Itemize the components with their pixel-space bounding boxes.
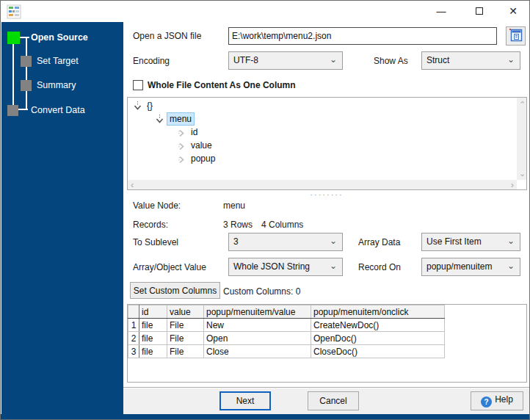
tree-node-label-selected: menu xyxy=(167,112,195,126)
tree-vertical-scrollbar[interactable]: ⌃ ⌄ xyxy=(517,98,526,180)
cell: CloseDoc() xyxy=(311,345,445,358)
step-indicator-convert-data xyxy=(7,105,18,116)
array-data-label: Array Data xyxy=(358,237,400,247)
next-button[interactable]: Next xyxy=(219,391,271,410)
tree-node-label: popup xyxy=(189,153,217,164)
tree-collapsed-icon xyxy=(178,154,186,164)
json-file-path-input[interactable] xyxy=(228,27,497,45)
cell: New xyxy=(204,319,311,332)
cell: file xyxy=(139,345,167,358)
step-connector-line xyxy=(26,37,27,109)
row-number-header xyxy=(128,305,139,319)
show-as-select[interactable]: Struct ⌄ xyxy=(421,51,520,70)
tree-node-menu[interactable]: menu xyxy=(128,112,516,126)
wizard-window: — ✕ Open Source Set Target Summary Conve… xyxy=(0,0,530,420)
preview-grid-panel: id value popup/menuitem/value popup/menu… xyxy=(127,304,527,383)
value-node-label: Value Node: xyxy=(133,200,181,211)
tree-node-root[interactable]: {} xyxy=(128,99,516,112)
chevron-down-icon: ⌄ xyxy=(507,258,515,275)
records-label: Records: xyxy=(133,220,168,230)
chevron-down-icon: ⌄ xyxy=(330,233,337,250)
help-button-label: Help xyxy=(495,394,513,405)
tree-node-label: id xyxy=(189,126,200,138)
title-bar: — ✕ xyxy=(1,1,529,22)
record-on-value: popup/menuitem xyxy=(426,261,492,272)
help-icon: ? xyxy=(481,397,492,408)
step-indicator-summary xyxy=(21,80,32,91)
set-custom-columns-button[interactable]: Set Custom Columns xyxy=(130,282,220,299)
row-number: 3 xyxy=(128,345,139,358)
cancel-button[interactable]: Cancel xyxy=(308,391,359,410)
row-number: 1 xyxy=(128,319,139,332)
tree-node-id[interactable]: id xyxy=(128,126,516,139)
tree-expanded-icon xyxy=(156,115,164,125)
array-object-value-value: Whole JSON String xyxy=(233,261,310,272)
encoding-label: Encoding xyxy=(133,56,170,66)
step-connector-line xyxy=(12,43,14,105)
array-data-select[interactable]: Use First Item ⌄ xyxy=(421,233,520,251)
sidebar-step-summary: Summary xyxy=(37,80,76,90)
array-object-value-label: Array/Object Value xyxy=(133,262,206,272)
custom-columns-count: Custom Columns: 0 xyxy=(223,286,300,297)
close-button[interactable]: ✕ xyxy=(498,1,528,22)
chevron-down-icon: ⌄ xyxy=(507,233,515,250)
cell: OpenDoc() xyxy=(311,332,445,345)
column-header-id[interactable]: id xyxy=(139,305,167,319)
chevron-down-icon: ⌄ xyxy=(330,258,337,275)
row-number: 2 xyxy=(128,332,139,345)
value-node-value: menu xyxy=(223,200,245,211)
table-row[interactable]: 1 file File New CreateNewDoc() xyxy=(128,319,445,332)
column-header-value[interactable]: value xyxy=(167,305,204,319)
to-sublevel-label: To Sublevel xyxy=(133,237,178,247)
show-as-value: Struct xyxy=(426,55,449,65)
open-file-label: Open a JSON file xyxy=(133,31,201,41)
tree-collapsed-icon xyxy=(178,141,186,151)
maximize-button[interactable] xyxy=(465,1,494,22)
tree-expanded-icon xyxy=(134,101,142,112)
help-button[interactable]: ?Help xyxy=(471,391,523,410)
array-object-value-select[interactable]: Whole JSON String ⌄ xyxy=(228,258,343,276)
sidebar-step-open-source: Open Source xyxy=(31,32,88,43)
to-sublevel-select[interactable]: 3 ⌄ xyxy=(228,233,343,251)
wizard-sidebar: Open Source Set Target Summary Convert D… xyxy=(1,22,123,414)
cell: file xyxy=(139,319,167,332)
sidebar-step-convert-data: Convert Data xyxy=(31,105,85,115)
splitter-handle[interactable]: ········ xyxy=(301,192,352,198)
table-row[interactable]: 2 file File Open OpenDoc() xyxy=(128,332,445,345)
encoding-value: UTF-8 xyxy=(233,55,258,65)
app-icon xyxy=(7,4,21,19)
records-columns-value: 4 Columns xyxy=(261,220,303,230)
tree-node-popup[interactable]: popup xyxy=(128,152,516,165)
whole-file-checkbox[interactable] xyxy=(133,80,143,90)
table-row[interactable]: 3 file File Close CloseDoc() xyxy=(128,345,445,358)
cell: Close xyxy=(204,345,311,358)
cell: CreateNewDoc() xyxy=(311,319,445,332)
preview-table: id value popup/menuitem/value popup/menu… xyxy=(128,305,445,358)
footer-bar: Next Cancel ?Help xyxy=(123,387,530,414)
step-connector-line xyxy=(20,37,29,38)
chevron-down-icon: ⌄ xyxy=(507,51,515,68)
cell: file xyxy=(139,332,167,345)
browse-file-button[interactable] xyxy=(506,26,526,46)
minimize-button[interactable]: — xyxy=(426,1,456,22)
column-header-popup-onclick[interactable]: popup/menuitem/onclick xyxy=(311,305,445,319)
record-on-select[interactable]: popup/menuitem ⌄ xyxy=(421,258,520,276)
sidebar-step-set-target: Set Target xyxy=(37,56,79,66)
step-indicator-set-target xyxy=(21,56,32,67)
records-rows-value: 3 Rows xyxy=(223,220,253,230)
tree-node-value[interactable]: value xyxy=(128,139,516,152)
column-header-popup-value[interactable]: popup/menuitem/value xyxy=(204,305,311,319)
open-file-icon xyxy=(509,29,523,42)
to-sublevel-value: 3 xyxy=(233,236,239,247)
encoding-select[interactable]: UTF-8 ⌄ xyxy=(228,51,343,70)
array-data-value: Use First Item xyxy=(426,236,482,247)
json-structure-tree: {} menu id value popup ⌃ xyxy=(127,97,527,190)
cell: File xyxy=(167,319,204,332)
tree-node-label: {} xyxy=(145,100,155,112)
cell: Open xyxy=(204,332,311,345)
tree-collapsed-icon xyxy=(178,128,186,138)
tree-horizontal-scrollbar[interactable]: ‹ › xyxy=(128,180,517,189)
step-indicator-open-source xyxy=(7,32,20,44)
scroll-right-icon: › xyxy=(511,181,514,189)
window-bottom-edge xyxy=(1,414,530,419)
